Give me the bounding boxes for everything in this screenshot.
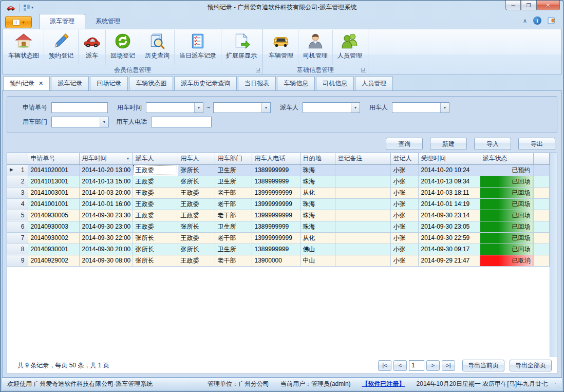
cell[interactable]: 2014-10-13 15:00 xyxy=(79,176,133,187)
column-header[interactable]: 受理时间 xyxy=(418,153,480,164)
cell[interactable]: 从化 xyxy=(300,187,335,198)
minimize-button[interactable]: ─ xyxy=(505,1,521,10)
cell[interactable]: 张所长 xyxy=(178,221,215,232)
cell[interactable]: 2014-09-30 23:05 xyxy=(418,221,480,232)
cell[interactable]: 2014-09-30 23:30 xyxy=(79,210,133,221)
dispatch-button[interactable]: 派车 xyxy=(79,30,106,65)
status-cell[interactable]: 已回场 xyxy=(480,187,533,198)
cell[interactable] xyxy=(335,198,390,210)
cell[interactable]: 卫生所 xyxy=(215,221,252,232)
table-row[interactable]: 2201410130012014-10-13 15:00王政委张所长卫生所138… xyxy=(7,176,550,187)
cell[interactable]: 20140929002 xyxy=(28,255,79,266)
cell[interactable]: 20140930003 xyxy=(28,221,79,232)
table-row[interactable]: 7201409300022014-09-30 22:00张所长王政委老干部139… xyxy=(7,232,550,244)
cell[interactable]: 2014-09-30 09:17 xyxy=(418,244,480,255)
doc-tab-9[interactable]: 人员管理 xyxy=(355,76,393,90)
cell[interactable]: 王政委 xyxy=(178,198,215,210)
export-current-page-button[interactable]: 导出当前页 xyxy=(462,360,504,371)
prev-page-button[interactable]: < xyxy=(393,360,407,371)
cell[interactable]: 王政委 xyxy=(133,198,178,210)
cell[interactable]: 卫生所 xyxy=(215,244,252,255)
cell[interactable]: 王政委 xyxy=(178,210,215,221)
new-button[interactable]: 新建 xyxy=(430,138,467,150)
export-all-pages-button[interactable]: 导出全部页 xyxy=(510,360,552,371)
column-header[interactable]: 派车人 xyxy=(133,153,178,164)
doc-tab-6[interactable]: 当日报表 xyxy=(238,76,276,90)
cell[interactable]: 小张 xyxy=(390,198,418,210)
cell[interactable]: 珠海 xyxy=(300,221,335,232)
dispatcher-select[interactable]: ▼ xyxy=(303,102,360,113)
cell[interactable]: 2014-09-29 21:47 xyxy=(418,255,480,266)
vertical-scrollbar[interactable] xyxy=(550,153,557,357)
history-query-button[interactable]: 历史查询 xyxy=(140,30,175,65)
tab-close-icon[interactable]: ✕ xyxy=(39,80,43,87)
cell[interactable]: 从化 xyxy=(300,232,335,244)
cell[interactable]: 20141003001 xyxy=(28,187,79,198)
column-header[interactable]: 用车时间▼ xyxy=(79,153,133,164)
cell[interactable] xyxy=(335,255,390,266)
cell[interactable]: 2014-09-30 08:00 xyxy=(79,255,133,266)
first-page-button[interactable]: |< xyxy=(378,360,391,371)
column-header[interactable]: 登记人 xyxy=(390,153,418,164)
column-header[interactable]: 用车人电话 xyxy=(252,153,300,164)
cell[interactable]: 王政委 xyxy=(178,255,215,266)
cell[interactable]: 20141013001 xyxy=(28,176,79,187)
column-header[interactable]: 用车人 xyxy=(178,153,215,164)
cell[interactable]: 13999999999 xyxy=(252,210,300,221)
cell[interactable]: 王政委 xyxy=(133,176,178,187)
cell[interactable]: 老干部 xyxy=(215,232,252,244)
vehicle-status-map-button[interactable]: 车辆状态图 xyxy=(4,30,44,65)
combo-arrow-icon[interactable]: ▼ xyxy=(100,117,108,127)
column-header[interactable]: 申请单号 xyxy=(28,153,79,164)
cell[interactable]: 小张 xyxy=(390,255,418,266)
status-cell[interactable]: 已回场 xyxy=(480,210,533,221)
column-header[interactable]: 登记备注 xyxy=(335,153,390,164)
cell[interactable]: 20140930001 xyxy=(28,244,79,255)
status-cell[interactable]: 已取消 xyxy=(480,255,533,266)
status-cell[interactable]: 已预约 xyxy=(480,164,533,176)
status-cell[interactable]: 已回场 xyxy=(480,176,533,187)
info-icon[interactable]: i xyxy=(533,16,541,25)
doc-tab-1[interactable]: 预约记录✕ xyxy=(3,76,50,90)
status-cell[interactable]: 已回场 xyxy=(480,198,533,210)
table-row[interactable]: 9201409290022014-09-30 08:00张所长王政委老干部139… xyxy=(7,255,550,266)
cell[interactable]: 珠海 xyxy=(300,176,335,187)
cell[interactable]: 2014-10-13 09:34 xyxy=(418,176,480,187)
cell[interactable]: 王政委 xyxy=(133,221,178,232)
switch-window-icon[interactable] xyxy=(548,16,557,25)
cell[interactable]: 卫生所 xyxy=(215,164,252,176)
status-cell[interactable]: 已回场 xyxy=(480,244,533,255)
cell[interactable]: 2014-09-30 23:14 xyxy=(418,210,480,221)
vehicle-manage-button[interactable]: 车辆管理 xyxy=(264,30,298,65)
close-button[interactable]: ✕ xyxy=(536,1,560,10)
dialog-launcher-icon[interactable] xyxy=(256,68,260,72)
next-page-button[interactable]: > xyxy=(426,360,440,371)
cell[interactable]: 13999999999 xyxy=(252,187,300,198)
today-dispatch-records-button[interactable]: 当日派车记录 xyxy=(175,30,221,65)
cell[interactable]: 中山 xyxy=(300,255,335,266)
cell[interactable]: 2014-10-03 20:00 xyxy=(79,187,133,198)
cell[interactable]: 小张 xyxy=(390,210,418,221)
cell[interactable]: 老干部 xyxy=(215,210,252,221)
cell[interactable]: 小张 xyxy=(390,176,418,187)
table-row[interactable]: 5201409300052014-09-30 23:30王政委王政委老干部139… xyxy=(7,210,550,221)
cell[interactable] xyxy=(335,244,390,255)
ribbon-tab-system[interactable]: 系统管理 xyxy=(85,14,130,29)
cell[interactable]: 1389999999 xyxy=(252,164,300,176)
cell[interactable]: 小张 xyxy=(390,164,418,176)
status-cell[interactable]: 已回场 xyxy=(480,221,533,232)
cell[interactable]: 小张 xyxy=(390,221,418,232)
table-row[interactable]: 3201410030012014-10-03 20:00王政委王政委老干部139… xyxy=(7,187,550,198)
cell[interactable]: 老干部 xyxy=(215,198,252,210)
cell[interactable] xyxy=(335,187,390,198)
combo-arrow-icon[interactable]: ▼ xyxy=(194,103,203,113)
column-header[interactable]: 目的地 xyxy=(300,153,335,164)
personnel-manage-button[interactable]: 人员管理 xyxy=(333,30,367,65)
cell[interactable]: 小张 xyxy=(390,187,418,198)
cell[interactable]: 张所长 xyxy=(133,232,178,244)
cell[interactable]: 张所长 xyxy=(178,164,215,176)
ribbon-tab-dispatch[interactable]: 派车管理 xyxy=(39,14,85,29)
combo-arrow-icon[interactable]: ▼ xyxy=(261,103,270,113)
cell[interactable]: 张所长 xyxy=(133,244,178,255)
cell[interactable]: 1389999999 xyxy=(252,221,300,232)
